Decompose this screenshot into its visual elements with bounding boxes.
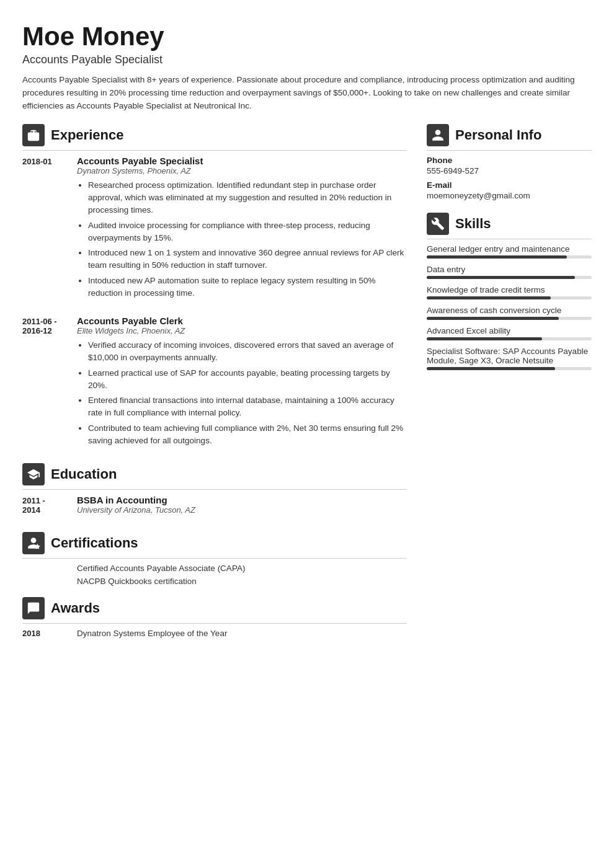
exp2-bullet-4: Contributed to team achieving full compl… xyxy=(88,422,407,448)
experience-entry-2: 2011-06 - 2016-12 Accounts Payable Clerk… xyxy=(22,316,407,450)
edu1-content: BSBA in Accounting University of Arizona… xyxy=(77,495,407,518)
exp2-date: 2011-06 - 2016-12 xyxy=(22,316,67,450)
exp1-subtitle: Dynatron Systems, Phoenix, AZ xyxy=(77,166,407,175)
exp1-bullet-3: Introduced new 1 on 1 system and innovat… xyxy=(88,247,407,272)
graduation-svg xyxy=(27,467,40,481)
education-title: Education xyxy=(51,466,117,482)
skills-title: Skills xyxy=(455,216,491,232)
cert-list: Certified Accounts Payable Associate (CA… xyxy=(77,564,407,586)
candidate-name: Moe Money xyxy=(22,22,592,51)
skill-bar-bg-3 xyxy=(427,296,592,299)
candidate-title: Accounts Payable Specialist xyxy=(22,53,592,66)
award1-date: 2018 xyxy=(22,629,67,638)
skill-bar-fill-3 xyxy=(427,296,551,299)
exp2-bullets: Verified accuracy of incoming invoices, … xyxy=(77,339,407,447)
experience-section: Experience 2018-01 Accounts Payable Spec… xyxy=(22,124,407,450)
cert-icon xyxy=(22,532,45,554)
candidate-summary: Accounts Payable Specialist with 8+ year… xyxy=(22,74,592,113)
resume-wrapper: Moe Money Accounts Payable Specialist Ac… xyxy=(0,0,614,868)
exp2-bullet-3: Entered financial transactions into inte… xyxy=(88,394,407,420)
personal-info-title: Personal Info xyxy=(455,127,541,143)
awards-svg xyxy=(27,601,40,615)
skill-bar-bg-4 xyxy=(427,317,592,320)
exp1-bullet-1: Researched process optimization. Identif… xyxy=(88,179,407,217)
exp2-title: Accounts Payable Clerk xyxy=(77,316,407,326)
experience-entry-1: 2018-01 Accounts Payable Specialist Dyna… xyxy=(22,156,407,302)
personal-info-icon xyxy=(427,124,449,146)
cert-item-1: Certified Accounts Payable Associate (CA… xyxy=(77,564,407,573)
skill-bar-fill-5 xyxy=(427,337,542,340)
skill-item-5: Advanced Excel ability xyxy=(427,326,592,340)
left-column: Experience 2018-01 Accounts Payable Spec… xyxy=(22,124,407,644)
cert-title: Certifications xyxy=(51,535,138,551)
skill-bar-fill-6 xyxy=(427,367,555,370)
education-section-header: Education xyxy=(22,463,407,490)
skill-bar-bg-6 xyxy=(427,367,592,370)
personal-info-section: Personal Info Phone 555-6949-527 E-mail … xyxy=(427,124,592,200)
awards-title: Awards xyxy=(51,600,100,616)
education-icon xyxy=(22,463,45,485)
exp2-content: Accounts Payable Clerk Elite Widgets Inc… xyxy=(77,316,407,450)
skills-header: Skills xyxy=(427,213,592,239)
cert-section-header: Certifications xyxy=(22,532,407,559)
exp1-title: Accounts Payable Specialist xyxy=(77,156,407,166)
exp1-bullet-4: Intoduced new AP automation suite to rep… xyxy=(88,275,407,300)
skill-item-4: Awareness of cash conversion cycle xyxy=(427,306,592,320)
skill-bar-fill-4 xyxy=(427,317,559,320)
education-section: Education 2011 - 2014 BSBA in Accounting… xyxy=(22,463,407,518)
exp1-content: Accounts Payable Specialist Dynatron Sys… xyxy=(77,156,407,302)
skill-name-4: Awareness of cash conversion cycle xyxy=(427,306,592,315)
education-entry-1: 2011 - 2014 BSBA in Accounting Universit… xyxy=(22,495,407,518)
person-svg xyxy=(431,128,445,142)
certifications-section: Certifications Certified Accounts Payabl… xyxy=(22,532,407,586)
skill-name-6: Specialist Software: SAP Accounts Payabl… xyxy=(427,347,592,365)
skills-container: General ledger entry and maintenanceData… xyxy=(427,244,592,370)
briefcase-svg xyxy=(27,128,40,142)
awards-section: Awards 2018 Dynatron Systems Employee of… xyxy=(22,597,407,638)
header-section: Moe Money Accounts Payable Specialist Ac… xyxy=(22,22,592,113)
skill-bar-fill-2 xyxy=(427,276,575,279)
awards-section-header: Awards xyxy=(22,597,407,624)
cert-svg xyxy=(27,536,40,550)
skill-bar-bg-5 xyxy=(427,337,592,340)
exp2-bullet-2: Learned practical use of SAP for account… xyxy=(88,367,407,392)
award-entry-1: 2018 Dynatron Systems Employee of the Ye… xyxy=(22,629,407,638)
edu1-date: 2011 - 2014 xyxy=(22,495,67,518)
experience-section-header: Experience xyxy=(22,124,407,151)
edu1-subtitle: University of Arizona, Tucson, AZ xyxy=(77,505,407,515)
award1-text: Dynatron Systems Employee of the Year xyxy=(77,629,227,638)
experience-icon xyxy=(22,124,45,146)
edu1-title: BSBA in Accounting xyxy=(77,495,407,505)
skill-bar-bg-1 xyxy=(427,255,592,259)
exp1-bullet-2: Audited invoice processing for complianc… xyxy=(88,219,407,245)
exp1-date: 2018-01 xyxy=(22,156,67,302)
experience-title: Experience xyxy=(51,127,123,143)
skill-name-2: Data entry xyxy=(427,265,592,274)
two-column-layout: Experience 2018-01 Accounts Payable Spec… xyxy=(22,124,592,644)
skills-svg xyxy=(431,217,445,231)
exp2-bullet-1: Verified accuracy of incoming invoices, … xyxy=(88,339,407,365)
right-column: Personal Info Phone 555-6949-527 E-mail … xyxy=(427,124,592,644)
personal-info-header: Personal Info xyxy=(427,124,592,151)
cert-item-2: NACPB Quickbooks certification xyxy=(77,577,407,586)
phone-value: 555-6949-527 xyxy=(427,166,592,175)
email-value: moemoneyzety@gmail.com xyxy=(427,191,592,200)
skills-icon xyxy=(427,213,449,235)
email-label: E-mail xyxy=(427,180,592,190)
exp2-subtitle: Elite Widgets Inc, Phoenix, AZ xyxy=(77,326,407,335)
skill-bar-fill-1 xyxy=(427,255,567,259)
skill-item-2: Data entry xyxy=(427,265,592,279)
phone-label: Phone xyxy=(427,156,592,165)
skill-item-3: Knowledge of trade credit terms xyxy=(427,285,592,299)
svg-rect-0 xyxy=(28,135,39,136)
skill-name-3: Knowledge of trade credit terms xyxy=(427,285,592,294)
skill-item-6: Specialist Software: SAP Accounts Payabl… xyxy=(427,347,592,370)
awards-icon xyxy=(22,597,45,619)
skill-bar-bg-2 xyxy=(427,276,592,279)
skill-name-1: General ledger entry and maintenance xyxy=(427,244,592,254)
skill-name-5: Advanced Excel ability xyxy=(427,326,592,335)
skill-item-1: General ledger entry and maintenance xyxy=(427,244,592,259)
skills-section: Skills General ledger entry and maintena… xyxy=(427,213,592,370)
exp1-bullets: Researched process optimization. Identif… xyxy=(77,179,407,299)
